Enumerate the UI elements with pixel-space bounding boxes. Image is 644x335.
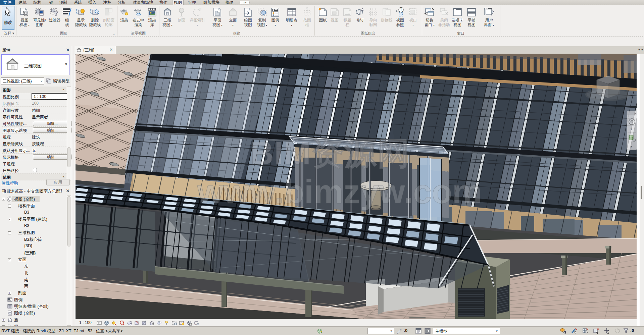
svg-text:▾: ▾ [631, 127, 632, 131]
svg-text:BIM资源网: BIM资源网 [250, 135, 410, 171]
svg-text:www.bimzyw.com: www.bimzyw.com [197, 173, 482, 210]
svg-text:▾: ▾ [631, 145, 632, 148]
svg-text:✕: ✕ [634, 112, 637, 115]
svg-text:1: 1 [400, 8, 402, 12]
